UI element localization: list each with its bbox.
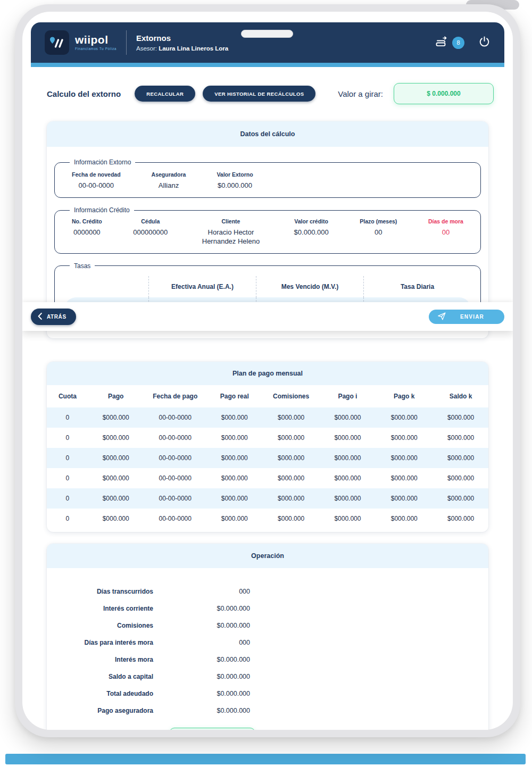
operacion-label: Comisiones	[47, 622, 153, 629]
operacion-row: Pago aseguradora$0.000.000	[47, 702, 488, 719]
wiipol-logo-icon	[45, 30, 69, 55]
plan-cell: $000.000	[207, 509, 262, 529]
action-bar: ATRÁS ENVIAR	[22, 302, 513, 331]
plan-cell: $000.000	[320, 448, 376, 468]
field: No. Crédito0000000	[72, 218, 102, 246]
operacion-row: Total adeudado$0.000.000	[47, 685, 488, 702]
informacion-extorno-fields: Fecha de novedad00-00-0000AseguradoraAll…	[64, 170, 471, 190]
chevron-left-icon	[38, 313, 42, 321]
plan-cell: $000.000	[433, 448, 488, 468]
advisor-name: Laura Lina Lineros Lora	[159, 45, 228, 52]
toolbar: Calculo del extorno RECALCULAR VER HISTO…	[47, 78, 494, 110]
field-value: $0.000.000	[218, 181, 252, 190]
header-accent-bar	[31, 63, 504, 67]
plan-cell: $000.000	[207, 428, 262, 448]
field-value: Horacio Hector Hernandez Heleno	[199, 228, 263, 246]
plan-cell: 0	[47, 407, 88, 428]
ver-historial-button[interactable]: VER HISTORIAL DE RECÁLCULOS	[203, 86, 315, 102]
informacion-extorno-group: Información Extorno Fecha de novedad00-0…	[54, 159, 481, 198]
logout-button[interactable]	[478, 36, 491, 50]
tablet-screen: wiipol Financiamos Tu Póliza Extornos As…	[22, 12, 513, 730]
notification-badge: 8	[452, 37, 464, 49]
plan-column-header: Pago real	[207, 385, 262, 407]
tasas-legend: Tasas	[70, 262, 95, 270]
atras-button[interactable]: ATRÁS	[31, 309, 76, 325]
field-value: 0000000	[73, 228, 101, 237]
table-row: 0$000.00000-00-0000$000.000$000.000$000.…	[47, 448, 488, 468]
operacion-row: Días para interés mora000	[47, 634, 488, 651]
field: Valor crédito$0.000.000	[294, 218, 329, 246]
notifications-button[interactable]: 8	[435, 36, 464, 49]
plan-cell: $000.000	[88, 428, 144, 448]
field-value: 00-00-0000	[79, 181, 114, 190]
enviar-button[interactable]: ENVIAR	[429, 310, 504, 324]
plan-cell: 00-00-0000	[144, 428, 207, 448]
plan-column-header: Fecha de pago	[144, 385, 207, 407]
field-value: 00	[442, 228, 450, 237]
page-title: Extornos	[136, 34, 228, 43]
valor-a-girar-field[interactable]: $ 0.000.000	[394, 83, 494, 104]
field: AseguradoraAllianz	[152, 171, 186, 190]
operacion-label: Días para interés mora	[47, 639, 153, 646]
plan-cell: $000.000	[433, 509, 488, 529]
operacion-value: $0.000.000	[153, 656, 250, 663]
plan-cell: 00-00-0000	[144, 448, 207, 468]
tasas-column-header: Efectiva Anual (E.A.)	[148, 276, 256, 297]
field-value: 000000000	[133, 228, 168, 237]
operacion-label: Saldo a capital	[47, 673, 153, 680]
plan-cell: 00-00-0000	[144, 488, 207, 509]
plan-cell: $000.000	[375, 468, 433, 488]
operacion-label: Interés mora	[47, 656, 153, 663]
recalcular-button[interactable]: RECALCULAR	[135, 86, 195, 102]
plan-cell: 0	[47, 468, 88, 488]
table-row: 0$000.00000-00-0000$000.000$000.000$000.…	[47, 407, 488, 428]
plan-cell: 00-00-0000	[144, 407, 207, 428]
operacion-row: Comisiones$0.000.000	[47, 617, 488, 634]
main-content: Datos del cálculo Información Extorno Fe…	[47, 121, 488, 730]
field-label: No. Crédito	[72, 218, 102, 224]
plan-cell: $000.000	[262, 468, 320, 488]
header-divider	[126, 30, 127, 55]
operacion-row: Saldo a capital$0.000.000	[47, 668, 488, 685]
plan-cell: $000.000	[262, 428, 320, 448]
plan-cell: $000.000	[320, 509, 376, 529]
plan-cell: $000.000	[375, 509, 433, 529]
plan-cell: 0	[47, 428, 88, 448]
field-label: Aseguradora	[152, 171, 186, 178]
plan-cell: $000.000	[88, 509, 144, 529]
operacion-value: 000	[153, 639, 250, 646]
tasas-column-header: Tasa Diaria	[363, 276, 471, 297]
valor-a-girar-field[interactable]: $0.000.000	[169, 728, 255, 730]
plan-cell: $000.000	[375, 448, 433, 468]
plan-cell: $000.000	[433, 468, 488, 488]
send-icon	[437, 312, 446, 322]
operacion-value: $0.000.000	[153, 605, 250, 612]
plan-column-header: Cuota	[47, 385, 88, 407]
field-label: Cédula	[141, 218, 160, 224]
field-label: Valor crédito	[294, 218, 328, 224]
field: Valor Extorno$0.000.000	[217, 171, 253, 190]
plan-cell: $000.000	[207, 407, 262, 428]
atras-label: ATRÁS	[47, 314, 66, 320]
tablet-frame: wiipol Financiamos Tu Póliza Extornos As…	[15, 4, 520, 737]
field-label: Fecha de novedad	[72, 171, 121, 178]
informacion-extorno-legend: Información Extorno	[70, 159, 135, 166]
plan-cell: $000.000	[88, 488, 144, 509]
plan-cell: 0	[47, 509, 88, 529]
field-label: Cliente	[221, 218, 240, 224]
tasas-column-header: Mes Vencido (M.V.)	[256, 276, 363, 297]
field-value: $0.000.000	[294, 228, 329, 237]
brand-name: wiipol	[75, 34, 117, 45]
field: Plazo (meses)00	[360, 218, 397, 246]
enviar-label: ENVIAR	[460, 314, 484, 320]
plan-cell: 0	[47, 488, 88, 509]
plan-table-header: CuotaPagoFecha de pagoPago realComisione…	[47, 385, 488, 407]
plan-cell: $000.000	[88, 407, 144, 428]
plan-cell: $000.000	[320, 468, 376, 488]
plan-cell: $000.000	[262, 509, 320, 529]
field: Cédula000000000	[133, 218, 168, 246]
table-row: 0$000.00000-00-0000$000.000$000.000$000.…	[47, 428, 488, 448]
plan-cell: $000.000	[262, 407, 320, 428]
plan-cell: $000.000	[375, 488, 433, 509]
plan-cell: $000.000	[207, 488, 262, 509]
